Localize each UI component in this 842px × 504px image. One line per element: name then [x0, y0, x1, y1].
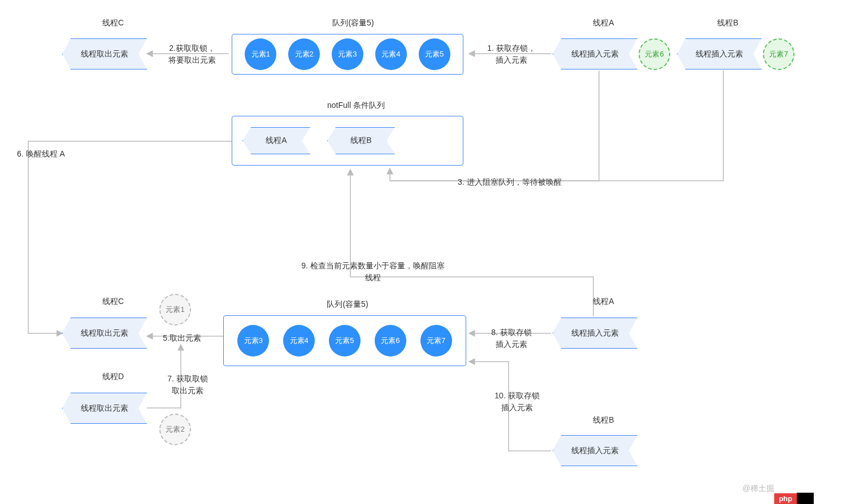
thread-c-block-top: 线程取出元素 — [62, 38, 147, 69]
thread-b-block-top: 线程插入元素 — [677, 38, 762, 69]
thread-c-title-bottom: 线程C — [90, 297, 136, 307]
queue-box-top: 元素1 元素2 元素3 元素4 元素5 — [232, 34, 463, 75]
step-7-label: 7. 获取取锁 取出元素 — [159, 373, 216, 397]
queue-element: 元素6 — [375, 325, 406, 357]
step-9-label: 9. 检查当前元素数量小于容量，唤醒阻塞 线程 — [283, 260, 463, 284]
thread-b-block-top-label: 线程插入元素 — [696, 49, 743, 59]
queue-element: 元素7 — [420, 325, 452, 357]
step-3-label: 3. 进入阻塞队列，等待被唤醒 — [458, 176, 562, 188]
php-badge: php — [774, 493, 814, 504]
watermark: @稀土掘 — [743, 484, 774, 494]
gray-element-2: 元素2 — [159, 414, 191, 445]
queue-element: 元素4 — [375, 38, 407, 70]
step-2-label: 2.获取取锁， 将要取出元素 — [158, 42, 226, 66]
step-5-label: 5.取出元素 — [159, 332, 205, 344]
queue-element: 元素5 — [329, 325, 361, 357]
thread-a-block-top-label: 线程插入元素 — [571, 49, 619, 59]
element-7: 元素7 — [763, 38, 795, 70]
queue-element: 元素3 — [237, 325, 269, 357]
step-6-label: 6. 唤醒线程 A — [17, 148, 65, 160]
queue-element: 元素2 — [288, 38, 320, 70]
thread-d-block-bottom: 线程取出元素 — [62, 393, 147, 424]
gray-element-1: 元素1 — [159, 294, 191, 325]
notfull-thread-b: 线程B — [327, 127, 395, 154]
queue-element: 元素5 — [419, 38, 450, 70]
thread-a-title-bottom: 线程A — [581, 297, 626, 307]
thread-b-title-top: 线程B — [705, 18, 750, 28]
step-10-label: 10. 获取存锁 插入元素 — [483, 390, 551, 414]
notfull-title: notFull 条件队列 — [316, 101, 396, 111]
queue-title-top: 队列(容量5) — [316, 18, 390, 28]
queue-element: 元素3 — [332, 38, 363, 70]
thread-a-title-top: 线程A — [581, 18, 626, 28]
thread-b-title-bottom: 线程B — [581, 415, 626, 425]
thread-c-block-bottom: 线程取出元素 — [62, 318, 147, 349]
step-1-label: 1. 获取存锁， 插入元素 — [478, 42, 545, 66]
element-6: 元素6 — [639, 38, 670, 70]
queue-title-bottom: 队列(容量5) — [311, 299, 384, 310]
thread-d-title-bottom: 线程D — [90, 372, 136, 382]
queue-box-bottom: 元素3 元素4 元素5 元素6 元素7 — [223, 315, 466, 366]
notfull-box: 线程A 线程B — [232, 116, 463, 166]
step-8-label: 8. 获取存锁 插入元素 — [478, 327, 545, 350]
thread-c-block-top-label: 线程取出元素 — [81, 49, 128, 59]
queue-element: 元素1 — [245, 38, 276, 70]
connectors — [0, 0, 842, 504]
queue-element: 元素4 — [283, 325, 315, 357]
notfull-thread-a: 线程A — [242, 127, 310, 154]
thread-c-title-top: 线程C — [90, 18, 136, 28]
thread-a-block-top: 线程插入元素 — [553, 38, 637, 69]
thread-a-block-bottom: 线程插入元素 — [553, 318, 637, 349]
thread-b-block-bottom: 线程插入元素 — [553, 435, 637, 466]
